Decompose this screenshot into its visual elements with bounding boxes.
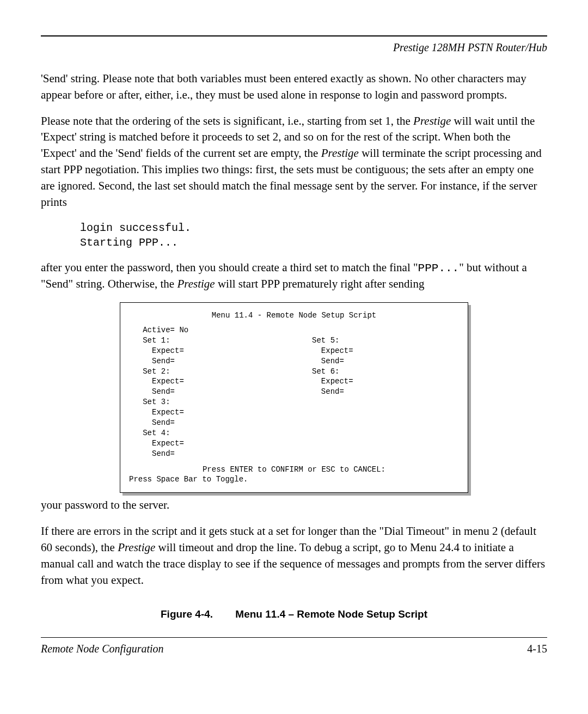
menu-box: Menu 11.4 - Remote Node Setup Script Act… [120, 302, 468, 493]
inline-code: PPP... [418, 262, 460, 274]
emphasis-prestige: Prestige [177, 277, 215, 290]
page-number: 4-15 [527, 641, 547, 657]
footer-rule [41, 637, 547, 638]
menu-row: Expect= [129, 407, 459, 418]
menu-row: Set 1: Set 5: [129, 335, 459, 346]
menu-row: Set 3: [129, 397, 459, 407]
figure-caption: Figure 4-4. Menu 11.4 – Remote Node Setu… [41, 607, 547, 622]
emphasis-prestige: Prestige [413, 114, 451, 127]
menu-footer-hint: Press Space Bar to Toggle. [129, 474, 459, 485]
code-block: login successful. Starting PPP... [80, 221, 547, 250]
menu-row: Set 2: Set 6: [129, 367, 459, 377]
menu-title: Menu 11.4 - Remote Node Setup Script [129, 310, 459, 321]
menu-row: Send= [129, 449, 459, 459]
footer-section-name: Remote Node Configuration [41, 641, 164, 657]
menu-row: Set 4: [129, 428, 459, 438]
figure-label: Figure 4-4. [161, 608, 213, 620]
menu-figure: Menu 11.4 - Remote Node Setup Script Act… [120, 302, 468, 493]
running-header: Prestige 128MH PSTN Router/Hub [41, 40, 547, 56]
menu-row: Expect= Expect= [129, 346, 459, 356]
emphasis-prestige: Prestige [321, 147, 359, 160]
body-paragraph: If there are errors in the script and it… [41, 523, 547, 588]
text-fragment: after you enter the password, then you s… [41, 261, 418, 274]
menu-row: Send= Send= [129, 356, 459, 367]
menu-row: Send= [129, 418, 459, 428]
body-paragraph: after you enter the password, then you s… [41, 260, 547, 293]
figure-title: Menu 11.4 – Remote Node Setup Script [235, 608, 427, 620]
page-footer: Remote Node Configuration 4-15 [41, 641, 547, 657]
menu-footer: Press ENTER to CONFIRM or ESC to CANCEL: [129, 465, 459, 475]
body-paragraph: Please note that the ordering of the set… [41, 113, 547, 211]
emphasis-prestige: Prestige [118, 541, 155, 554]
menu-row: Send= Send= [129, 387, 459, 397]
text-fragment: Please note that the ordering of the set… [41, 114, 413, 127]
menu-row: Expect= Expect= [129, 376, 459, 387]
menu-row: Active= No [129, 325, 459, 335]
body-paragraph: 'Send' string. Please note that both var… [41, 71, 547, 103]
menu-row: Expect= [129, 438, 459, 449]
header-rule [41, 35, 547, 36]
code-line: Starting PPP... [80, 235, 547, 250]
text-fragment: will start PPP prematurely right after s… [215, 277, 425, 290]
body-paragraph: your password to the server. [41, 497, 547, 514]
code-line: login successful. [80, 221, 547, 235]
